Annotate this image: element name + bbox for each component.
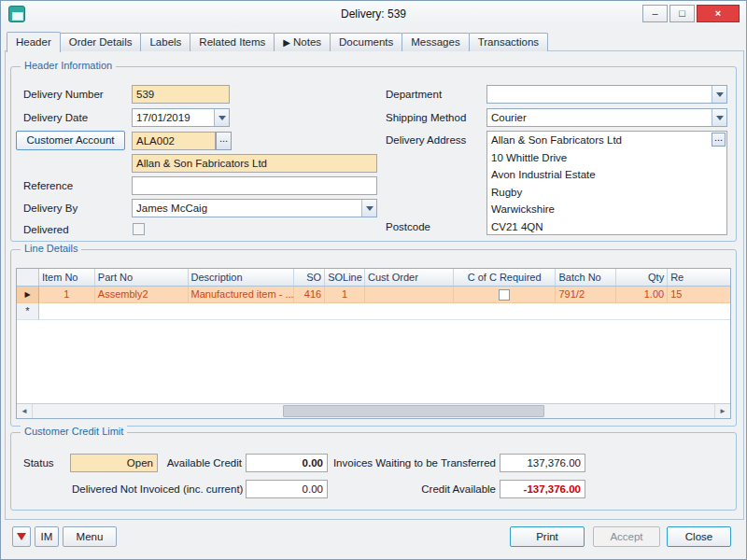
scroll-left-arrow-icon[interactable]: ◄ bbox=[17, 404, 33, 418]
address-line: 10 Whittle Drive bbox=[487, 149, 726, 167]
customer-credit-limit-title: Customer Credit Limit bbox=[21, 426, 127, 437]
reference-input[interactable] bbox=[132, 176, 377, 195]
department-combo[interactable] bbox=[486, 85, 727, 104]
new-row-indicator-icon[interactable]: * bbox=[17, 303, 39, 320]
tab-related-items[interactable]: Related Items bbox=[190, 33, 275, 51]
window-title: Delivery: 539 bbox=[94, 7, 653, 21]
delivery-date-value: 17/01/2019 bbox=[136, 111, 212, 124]
chevron-down-icon[interactable] bbox=[712, 86, 726, 103]
cell-c-of-c[interactable] bbox=[454, 287, 557, 303]
red-funnel-icon bbox=[17, 533, 26, 540]
tab-transactions[interactable]: Transactions bbox=[469, 33, 548, 51]
close-button[interactable]: Close bbox=[667, 526, 731, 547]
accept-button[interactable]: Accept bbox=[593, 526, 660, 547]
cell-so[interactable]: 416 bbox=[294, 287, 325, 303]
column-header-re[interactable]: Re bbox=[668, 269, 730, 286]
shipping-method-value: Courier bbox=[491, 111, 710, 124]
available-credit-label: Available Credit bbox=[150, 457, 242, 469]
invoices-waiting-label: Invoices Waiting to be Transferred bbox=[330, 457, 496, 469]
delivery-number-field: 539 bbox=[132, 85, 230, 104]
im-flag-button[interactable] bbox=[12, 526, 31, 547]
chevron-down-icon[interactable] bbox=[361, 200, 376, 217]
delivery-app-icon bbox=[8, 6, 25, 22]
scroll-right-arrow-icon[interactable]: ► bbox=[714, 404, 730, 418]
department-label: Department bbox=[386, 89, 442, 100]
shipping-method-label: Shipping Method bbox=[386, 112, 466, 123]
tab-notes[interactable]: ▶Notes bbox=[274, 33, 331, 51]
column-header-batch-no[interactable]: Batch No bbox=[556, 269, 616, 286]
available-credit-field: 0.00 bbox=[246, 454, 328, 472]
grid-row-1[interactable]: ▶ 1 Assembly2 Manufactured item - ... 41… bbox=[17, 287, 730, 303]
address-line: Allan & Son Fabricators Ltd bbox=[487, 132, 726, 149]
column-header-cust-order[interactable]: Cust Order bbox=[365, 269, 454, 286]
line-details-title: Line Details bbox=[21, 243, 81, 254]
print-button[interactable]: Print bbox=[510, 526, 585, 547]
grid-header-row: Item No Part No Description SO SOLine Cu… bbox=[17, 269, 730, 287]
grid-corner-cell bbox=[17, 269, 39, 286]
cell-description[interactable]: Manufactured item - ... bbox=[189, 287, 295, 303]
delivered-not-invoiced-label: Delivered Not Invoiced (inc. current) bbox=[72, 483, 242, 495]
tab-header[interactable]: Header bbox=[7, 32, 61, 52]
c-of-c-checkbox[interactable] bbox=[499, 289, 510, 301]
line-details-grid: Item No Part No Description SO SOLine Cu… bbox=[16, 268, 731, 419]
delivery-address-box[interactable]: Allan & Son Fabricators Ltd 10 Whittle D… bbox=[486, 131, 727, 235]
credit-available-label: Credit Available bbox=[401, 483, 496, 495]
cell-batch-no[interactable]: 791/2 bbox=[556, 287, 616, 303]
grid-horizontal-scrollbar[interactable]: ◄ ► bbox=[17, 403, 730, 418]
tab-labels[interactable]: Labels bbox=[140, 33, 190, 51]
close-window-button[interactable]: × bbox=[697, 5, 740, 22]
cell-item-no[interactable]: 1 bbox=[39, 287, 95, 303]
column-header-so[interactable]: SO bbox=[294, 269, 325, 286]
header-information-title: Header Information bbox=[21, 60, 116, 71]
im-button[interactable]: IM bbox=[35, 526, 59, 547]
column-header-description[interactable]: Description bbox=[189, 269, 295, 286]
reference-label: Reference bbox=[23, 180, 73, 191]
cell-re[interactable]: 15 bbox=[668, 287, 730, 303]
customer-account-field[interactable]: ALA002 bbox=[132, 132, 216, 150]
chevron-down-icon[interactable] bbox=[712, 109, 726, 126]
tab-order-details[interactable]: Order Details bbox=[60, 33, 142, 51]
address-postcode-line: CV21 4QN bbox=[487, 218, 726, 236]
new-row-empty-cell[interactable] bbox=[39, 303, 730, 320]
postcode-label: Postcode bbox=[386, 221, 430, 232]
delivery-window: Delivery: 539 – □ × Header Order Details… bbox=[0, 0, 747, 560]
cell-cust-order[interactable] bbox=[365, 287, 454, 303]
titlebar: Delivery: 539 – □ × bbox=[1, 1, 746, 27]
status-field: Open bbox=[70, 454, 158, 472]
delivery-by-label: Delivery By bbox=[23, 203, 78, 214]
delivered-label: Delivered bbox=[23, 224, 69, 235]
cell-part-no[interactable]: Assembly2 bbox=[95, 287, 189, 303]
column-header-qty[interactable]: Qty bbox=[616, 269, 668, 286]
address-line: Warwickshire bbox=[487, 201, 726, 218]
customer-name-field: Allan & Son Fabricators Ltd bbox=[132, 154, 377, 173]
address-line: Avon Industrial Estate bbox=[487, 166, 726, 184]
minimize-button[interactable]: – bbox=[642, 5, 668, 22]
tab-documents[interactable]: Documents bbox=[330, 33, 402, 51]
customer-account-button[interactable]: Customer Account bbox=[16, 131, 125, 150]
delivered-not-invoiced-field: 0.00 bbox=[246, 480, 328, 498]
chevron-down-icon[interactable] bbox=[214, 109, 229, 126]
maximize-button[interactable]: □ bbox=[669, 5, 695, 22]
delivery-date-combo[interactable]: 17/01/2019 bbox=[132, 108, 230, 127]
column-header-so-line[interactable]: SOLine bbox=[325, 269, 365, 286]
menu-button[interactable]: Menu bbox=[63, 526, 117, 547]
customer-account-browse-button[interactable]: ... bbox=[216, 132, 232, 150]
delivered-checkbox[interactable] bbox=[133, 223, 145, 235]
delivery-address-label: Delivery Address bbox=[386, 134, 466, 146]
notes-arrow-icon: ▶ bbox=[283, 37, 290, 48]
tab-messages[interactable]: Messages bbox=[402, 33, 469, 51]
column-header-item-no[interactable]: Item No bbox=[39, 269, 95, 286]
tab-notes-label: Notes bbox=[293, 36, 321, 48]
address-browse-button[interactable]: ... bbox=[712, 133, 726, 147]
shipping-method-combo[interactable]: Courier bbox=[486, 108, 727, 127]
cell-so-line[interactable]: 1 bbox=[325, 287, 365, 303]
column-header-part-no[interactable]: Part No bbox=[95, 269, 189, 286]
current-row-indicator-icon[interactable]: ▶ bbox=[17, 287, 39, 303]
grid-new-row[interactable]: * bbox=[17, 303, 730, 320]
credit-available-field: -137,376.00 bbox=[500, 480, 585, 498]
delivery-by-combo[interactable]: James McCaig bbox=[132, 199, 377, 217]
status-label: Status bbox=[23, 457, 54, 469]
column-header-c-of-c[interactable]: C of C Required bbox=[454, 269, 557, 286]
cell-qty[interactable]: 1.00 bbox=[616, 287, 668, 303]
scrollbar-thumb[interactable] bbox=[283, 405, 544, 417]
